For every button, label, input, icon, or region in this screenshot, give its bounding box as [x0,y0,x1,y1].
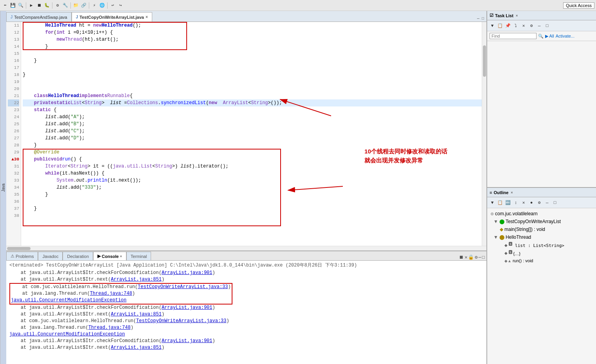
ln-29: 29 [8,149,19,156]
toolbar-icon-7[interactable]: ⚙ [54,2,61,9]
toolbar-icon-4[interactable]: ▶ [28,2,35,9]
code-line-36 [23,198,482,205]
outline-item-list-field[interactable]: ◆ s list : List<String> [487,241,596,249]
link-arraylist-851-3[interactable]: ArrayList.java:851 [111,345,162,350]
console-scroll-lock[interactable]: 🔒 [468,254,474,260]
console-exception-1[interactable]: java.util.ConcurrentModificationExceptio… [11,297,231,304]
tab-compare-and-swap[interactable]: J TestCompareAndSwap.java [6,12,72,22]
toolbar-icon-11[interactable]: ⚡ [91,2,98,9]
minimize-btn[interactable]: — [476,16,480,22]
code-line-28: } [23,142,482,149]
link-arraylist-901-3[interactable]: ArrayList.java:901 [162,338,212,344]
collapse-icon-2[interactable]: ▼ [493,234,498,240]
console-clear-btn[interactable]: ✕ [465,254,467,260]
task-list-toolbar: ▼ 📋 📌 ⤵ ✕ ⚙ — □ [487,20,596,31]
ot-toolbar-6[interactable]: ● [528,199,535,206]
ot-toolbar-1[interactable]: ▼ [489,199,496,206]
toolbar-icon-10[interactable]: 🔗 [80,2,87,9]
tl-toolbar-8[interactable]: □ [544,22,551,29]
code-line-24: list.add("A"); [23,114,482,121]
tab-declaration[interactable]: Declaration [63,252,93,260]
outline-item-package[interactable]: ⊕ com.juc.volatilelearn [487,210,596,218]
tab-javadoc[interactable]: Javadoc [38,252,63,260]
code-line-22: private static List<String> list =Collec… [23,99,482,106]
toolbar-icon-1[interactable]: ⬅ [2,2,9,9]
tab2-close[interactable]: × [146,15,148,19]
console-settings[interactable]: ⚙ [475,254,477,260]
link-arraylist-851-2[interactable]: ArrayList.java:851 [111,312,162,317]
find-input[interactable] [490,33,537,39]
link-arraylist-851-1[interactable]: ArrayList.java:851 [111,277,162,282]
ot-toolbar-9[interactable]: □ [551,199,558,206]
code-line-16: } [23,57,482,64]
toolbar-icon-13[interactable]: ↩ [109,2,116,9]
link-test-33-1[interactable]: TestCopyOnWriteArrayList.java:33 [138,284,228,290]
ln-23: 23 [8,106,19,114]
code-line-27: list.add("D"); [23,135,482,142]
tl-toolbar-4[interactable]: ⤵ [512,22,519,29]
link-arraylist-901-2[interactable]: ArrayList.java:901 [162,305,212,310]
toolbar-icon-8[interactable]: 🔧 [62,2,69,9]
outline-item-main-method[interactable]: ◆ main(String[]) : void [487,225,596,233]
task-list-close[interactable]: × [516,14,518,18]
task-list-title: Task List [495,13,513,18]
ot-toolbar-7[interactable]: ⚙ [536,199,543,206]
tl-toolbar-7[interactable]: — [536,22,543,29]
console-minimize[interactable]: — [479,255,481,260]
code-line-29: @Override [23,149,482,156]
toolbar-icon-5[interactable]: ⏹ [36,2,43,9]
maximize-btn[interactable]: □ [481,16,485,22]
ot-toolbar-2[interactable]: 📋 [497,199,504,206]
outline-item-run-method[interactable]: ◆▲ run() : void [487,257,596,265]
link-thread-748-1[interactable]: Thread.java:748 [90,291,132,296]
outline-item-static-block[interactable]: ◆ s {…} [487,249,596,257]
outline-item-class-main[interactable]: ▼ ⬤ TestCopyOnWriteArrayList [487,218,596,225]
code-line-18: } [23,71,482,78]
ln-26: 26 [8,128,19,135]
tab-console[interactable]: ▶ Console × [93,252,126,260]
tl-toolbar-3[interactable]: 📌 [504,22,511,29]
tab-problems[interactable]: ⚠ Problems [6,252,38,260]
link-test-33-2[interactable]: TestCopyOnWriteArrayList.java:33 [136,318,226,324]
toolbar-icon-14[interactable]: ↪ [117,2,124,9]
h-scrollbar-thumb[interactable] [7,247,31,250]
outline-content: ⊕ com.juc.volatilelearn ▼ ⬤ TestCopyOnWr… [487,208,596,364]
tl-toolbar-5[interactable]: ✕ [520,22,527,29]
ln-13: 13 [8,36,19,43]
ot-toolbar-4[interactable]: ↕ [512,199,519,206]
outline-item-hellothread[interactable]: ▼ ⬤ HelloThread [487,233,596,241]
console-exception-2[interactable]: java.util.ConcurrentModificationExceptio… [9,331,483,338]
collapse-icon-1[interactable]: ▼ [493,219,498,224]
toolbar-icon-9[interactable]: 📁 [72,2,79,9]
scrollbar-thumb[interactable] [483,45,486,77]
link-arraylist-901-1[interactable]: ArrayList.java:901 [162,270,212,276]
code-lines[interactable]: HelloThread ht = new HelloThread(); for(… [21,22,482,246]
activate-link[interactable]: Activate... [556,34,574,38]
toolbar-icon-12[interactable]: 🌐 [99,2,106,9]
toolbar-icon-3[interactable]: 🔍 [17,2,24,9]
ln-14: 14 [8,43,19,50]
console-stop-btn[interactable]: ⏹ [459,254,464,260]
all-link[interactable]: ▶ All [545,34,554,39]
search-icon[interactable]: 🔍 [538,34,544,39]
static-block-icon: ◆ [504,251,508,255]
outline-close[interactable]: × [511,191,513,195]
tab-terminal[interactable]: Terminal [126,252,151,260]
h-scrollbar[interactable] [6,246,486,250]
right-panel: ☑ Task List × ▼ 📋 📌 ⤵ ✕ ⚙ — □ 🔍 ▶ All Ac… [486,11,596,364]
problems-icon: ⚠ [11,254,14,259]
link-thread-748-2[interactable]: Thread.java:748 [88,325,131,330]
tl-toolbar-2[interactable]: 📋 [497,22,504,29]
console-maximize[interactable]: □ [482,255,485,260]
ot-toolbar-8[interactable]: — [544,199,551,206]
toolbar-icon-2[interactable]: 💾 [9,2,16,9]
ot-toolbar-3[interactable]: 🔤 [504,199,511,206]
toolbar-icon-6[interactable]: 🐛 [43,2,50,9]
quick-access-box[interactable]: Quick Access [563,2,594,9]
console-close[interactable]: × [120,254,122,258]
ot-toolbar-5[interactable]: ✕ [520,199,527,206]
tl-toolbar-1[interactable]: ▼ [489,22,496,29]
editor-scrollbar[interactable] [482,22,486,246]
tl-toolbar-6[interactable]: ⚙ [528,22,535,29]
tab-copy-on-write[interactable]: J TestCopyOnWriteArrayList.java × [72,12,152,22]
